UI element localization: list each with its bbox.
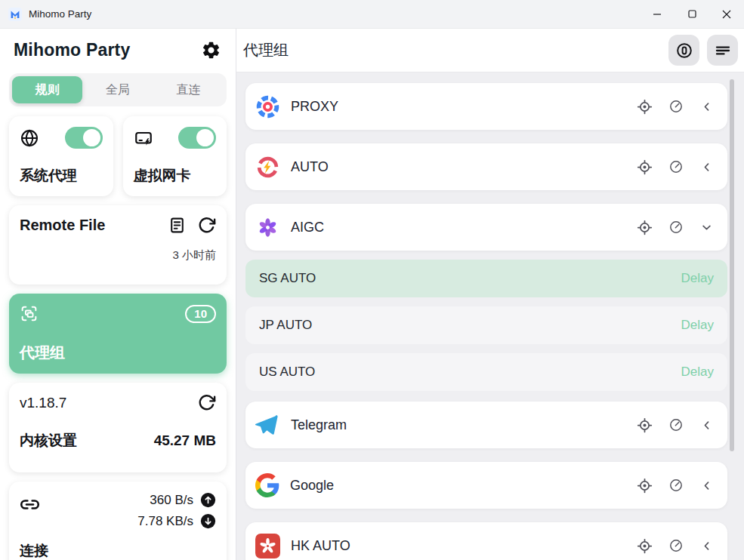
virtual-nic-icon: [134, 128, 153, 148]
group-name: HK AUTO: [291, 538, 350, 554]
speedtest-gauge-icon[interactable]: [668, 417, 684, 432]
maximize-button[interactable]: [675, 0, 709, 28]
settings-gear-icon[interactable]: [199, 38, 222, 61]
sidebar-item-proxy-groups[interactable]: 10 代理组: [9, 294, 227, 374]
close-button[interactable]: [709, 0, 744, 28]
group-row-telegram[interactable]: Telegram: [245, 402, 727, 448]
group-name: Google: [290, 478, 334, 494]
core-refresh-icon[interactable]: [197, 393, 216, 412]
link-icon: [20, 494, 40, 515]
upload-arrow-icon: [200, 492, 216, 508]
profile-refresh-icon[interactable]: [197, 216, 216, 235]
upload-speed: 360 B/s: [150, 493, 193, 508]
proxy-option-name: JP AUTO: [259, 318, 312, 333]
app-logo-icon: [8, 8, 22, 21]
scrollbar-thumb[interactable]: [730, 79, 734, 451]
core-memory-usage: 45.27 MB: [154, 432, 216, 449]
delay-test-concurrency-button[interactable]: [668, 35, 699, 66]
chevron-left-icon[interactable]: [699, 539, 714, 553]
proxy-groups-count-badge: 10: [185, 305, 216, 323]
hongkong-flag-icon: [255, 534, 280, 558]
proxy-option-us-auto[interactable]: US AUTO Delay: [245, 353, 727, 391]
tab-global[interactable]: 全局: [82, 76, 153, 103]
proxy-option-name: SG AUTO: [259, 271, 316, 286]
proxy-option-sg-auto[interactable]: SG AUTO Delay: [245, 260, 727, 297]
group-name: PROXY: [291, 99, 338, 115]
chevron-down-icon[interactable]: [699, 220, 714, 235]
locate-icon[interactable]: [637, 159, 653, 175]
core-version: v1.18.7: [20, 395, 66, 411]
tun-toggle[interactable]: [178, 127, 216, 149]
proxy-shutter-icon: [255, 94, 280, 119]
group-name: AUTO: [291, 159, 329, 175]
google-icon: [255, 473, 279, 497]
locate-icon[interactable]: [637, 417, 653, 433]
profile-title: Remote File: [20, 217, 105, 234]
outbound-mode-tabs: 规则 全局 直连: [9, 73, 227, 106]
auto-bolt-icon: [255, 155, 280, 180]
profile-doc-icon[interactable]: [168, 216, 187, 235]
page-title: 代理组: [243, 40, 289, 60]
system-proxy-toggle[interactable]: [65, 127, 103, 149]
locate-icon[interactable]: [637, 478, 653, 494]
delay-label[interactable]: Delay: [681, 318, 714, 333]
chevron-left-icon[interactable]: [699, 100, 714, 114]
main-header: 代理组: [236, 29, 744, 72]
system-proxy-label: 系统代理: [20, 166, 103, 186]
group-row-proxy[interactable]: PROXY: [245, 83, 727, 130]
delay-label[interactable]: Delay: [681, 271, 714, 286]
speedtest-gauge-icon[interactable]: [668, 99, 684, 114]
core-settings-card[interactable]: v1.18.7 内核设置 45.27 MB: [9, 383, 227, 472]
delay-label[interactable]: Delay: [681, 365, 714, 380]
proxy-groups-icon: [20, 304, 39, 323]
main-area: 代理组 PROXY: [236, 29, 744, 560]
proxy-groups-label: 代理组: [20, 343, 216, 363]
tun-label: 虚拟网卡: [134, 166, 217, 186]
app-title: Mihomo Party: [14, 40, 130, 60]
layout-list-button[interactable]: [707, 35, 738, 66]
proxy-group-list: PROXY AUTO: [236, 72, 744, 560]
window-title: Mihomo Party: [29, 8, 91, 20]
tab-rule[interactable]: 规则: [12, 76, 82, 103]
connections-label: 连接: [20, 541, 216, 560]
telegram-icon: [255, 413, 280, 438]
sidebar: Mihomo Party 规则 全局 直连 系统代理: [0, 29, 236, 560]
locate-icon[interactable]: [637, 99, 653, 115]
connections-card[interactable]: 360 B/s 7.78 KB/s 连接: [9, 482, 227, 560]
locate-icon[interactable]: [637, 220, 653, 235]
download-arrow-icon: [200, 513, 216, 529]
system-proxy-card: 系统代理: [9, 116, 113, 196]
download-speed: 7.78 KB/s: [137, 514, 193, 529]
group-name: AIGC: [291, 220, 324, 235]
locate-icon[interactable]: [637, 538, 653, 554]
profile-card[interactable]: Remote File 3 小时前: [9, 205, 227, 285]
aigc-openai-icon: [255, 215, 280, 240]
group-name: Telegram: [291, 417, 347, 433]
chevron-left-icon[interactable]: [699, 160, 714, 174]
speedtest-gauge-icon[interactable]: [668, 538, 684, 553]
globe-icon: [20, 128, 39, 148]
proxy-option-jp-auto[interactable]: JP AUTO Delay: [245, 306, 727, 344]
proxy-option-name: US AUTO: [259, 365, 315, 380]
core-settings-label: 内核设置: [20, 431, 77, 451]
chevron-left-icon[interactable]: [699, 478, 714, 493]
group-row-google[interactable]: Google: [245, 462, 727, 509]
speedtest-gauge-icon[interactable]: [668, 159, 684, 174]
speedtest-gauge-icon[interactable]: [668, 220, 684, 235]
tun-card: 虚拟网卡: [123, 116, 227, 196]
group-row-hk-auto[interactable]: HK AUTO: [245, 522, 727, 560]
group-row-aigc[interactable]: AIGC: [245, 204, 727, 251]
minimize-button[interactable]: [640, 0, 675, 28]
chevron-left-icon[interactable]: [699, 418, 714, 432]
speedtest-gauge-icon[interactable]: [668, 478, 684, 493]
titlebar: Mihomo Party: [0, 0, 744, 29]
tab-direct[interactable]: 直连: [153, 76, 224, 103]
group-row-auto[interactable]: AUTO: [245, 143, 727, 190]
profile-updated-time: 3 小时前: [20, 248, 216, 263]
